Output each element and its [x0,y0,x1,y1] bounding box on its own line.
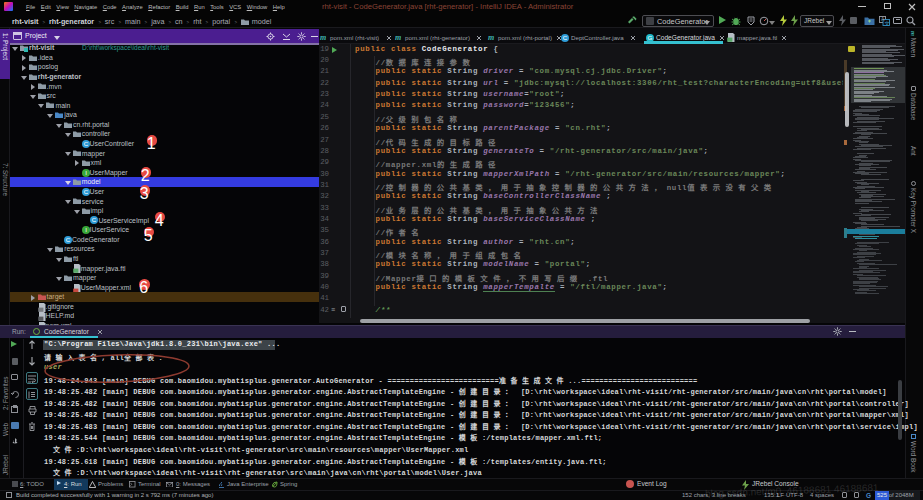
svg-text:C: C [92,217,97,224]
svg-text:G: G [648,34,653,41]
svg-text:C: C [83,188,88,195]
svg-text:文: 文 [885,19,890,25]
svg-text:C: C [66,236,71,243]
svg-text:C: C [563,34,568,41]
svg-text:I: I [85,169,87,176]
svg-text:C: C [83,140,88,147]
svg-text:I: I [85,226,87,233]
